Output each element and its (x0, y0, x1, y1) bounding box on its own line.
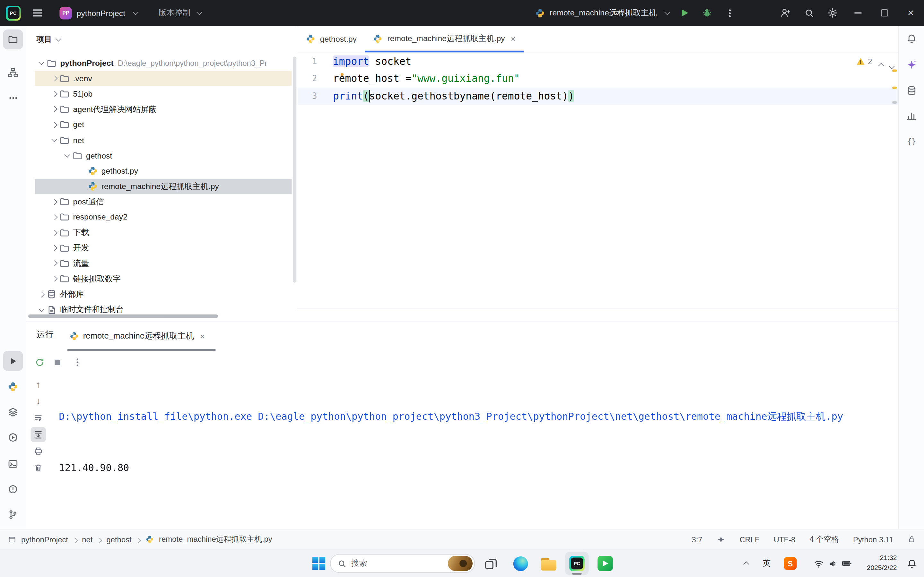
debug-button[interactable] (696, 0, 719, 26)
scroll-up-button[interactable]: ↑ (31, 376, 46, 392)
clear-console-button[interactable] (31, 460, 46, 475)
task-view-button[interactable] (483, 556, 498, 571)
taskbar-clock[interactable]: 21:32 2025/2/22 (867, 553, 897, 572)
tree-item-external-libraries[interactable]: 外部库 (26, 287, 298, 302)
taskbar-search-box[interactable]: 搜索 (330, 554, 475, 573)
breadcrumb-gethost[interactable]: gethost (106, 535, 131, 544)
indent-widget[interactable]: 4 个空格 (810, 534, 839, 545)
more-tool-windows-button[interactable] (3, 88, 23, 108)
tree-item-response-day2[interactable]: response_day2 (26, 210, 298, 225)
tab-gethost-py[interactable]: gethost.py (298, 26, 365, 52)
run-panel-title: 运行 (37, 329, 53, 340)
soft-wrap-button[interactable] (31, 410, 46, 425)
editor-gutter[interactable]: 1 2 3 (298, 52, 321, 105)
tree-item-get[interactable]: get (26, 117, 298, 132)
database-tool-button[interactable] (901, 81, 921, 100)
tree-item-link-numbers[interactable]: 链接抓取数字 (26, 271, 298, 287)
services-tool-button[interactable] (3, 402, 23, 422)
close-tab-icon[interactable]: × (200, 332, 205, 341)
project-horizontal-scrollbar[interactable] (28, 314, 218, 318)
project-panel-header[interactable]: 项目 (37, 32, 60, 47)
explorer-button[interactable] (541, 557, 556, 572)
tree-item-traffic[interactable]: 流量 (26, 256, 298, 271)
tray-expand-button[interactable] (739, 556, 754, 571)
python-console-button[interactable] (3, 377, 23, 396)
tree-item-gethost-py[interactable]: gethost.py (26, 163, 298, 179)
print-button[interactable] (31, 443, 46, 459)
analysis-mark-caret[interactable] (892, 102, 897, 103)
code-with-me-button[interactable] (774, 0, 797, 26)
project-vertical-scrollbar[interactable] (293, 56, 296, 283)
charts-tool-button[interactable] (901, 106, 921, 126)
close-button[interactable]: × (897, 0, 924, 26)
stop-button[interactable] (50, 354, 65, 370)
lock-icon[interactable] (908, 535, 916, 544)
scroll-down-button[interactable]: ↓ (31, 393, 46, 409)
tree-item-download[interactable]: 下载 (26, 225, 298, 240)
breadcrumb-net[interactable]: net (82, 535, 92, 544)
line-separator-widget[interactable]: CRLF (739, 535, 759, 544)
analysis-mark-warning[interactable] (892, 87, 897, 89)
maximize-button[interactable] (871, 0, 898, 26)
pycharm-logo-icon[interactable]: PC (6, 5, 21, 20)
start-button[interactable] (311, 556, 327, 571)
line-number: 3 (298, 88, 321, 105)
breadcrumb-project[interactable]: pythonProject (21, 535, 68, 544)
run-anything-button[interactable] (3, 427, 23, 447)
tree-item-clipped[interactable] (26, 318, 298, 321)
run-tool-button[interactable] (3, 351, 23, 371)
project-selector[interactable]: PP pythonProject (60, 7, 137, 19)
minimize-button[interactable] (844, 0, 871, 26)
problems-tool-button[interactable] (3, 479, 23, 499)
project-tool-button[interactable] (3, 29, 23, 50)
main-menu-button[interactable] (29, 0, 45, 26)
console-stdout-line: 121.40.90.80 (59, 459, 884, 476)
cursor-position-widget[interactable]: 3:7 (692, 535, 703, 544)
folder-icon (73, 320, 82, 321)
run-config-selector[interactable]: remote_machine远程抓取主机 (535, 8, 669, 18)
terminal-tool-button[interactable] (3, 454, 23, 474)
tree-item-net[interactable]: net (26, 132, 298, 148)
more-actions-button[interactable] (718, 0, 741, 26)
settings-button[interactable] (821, 0, 844, 26)
encoding-widget[interactable]: UTF-8 (774, 535, 796, 544)
notification-center-button[interactable] (904, 556, 919, 571)
pycharm-taskbar-button[interactable]: PC (565, 552, 589, 575)
notifications-button[interactable] (901, 29, 921, 49)
tree-item-develop[interactable]: 开发 (26, 240, 298, 256)
interpreter-widget[interactable]: Python 3.11 (853, 535, 893, 544)
ime-indicator[interactable]: 英 (759, 556, 774, 571)
tree-item-51job[interactable]: 51job (26, 86, 298, 102)
breadcrumb-file[interactable]: remote_machine远程抓取主机.py (159, 534, 272, 545)
version-control-button[interactable] (3, 504, 23, 524)
scroll-to-end-button[interactable] (31, 427, 46, 442)
battery-tray-icon[interactable] (839, 556, 855, 571)
tree-item-agent[interactable]: agent代理解决网站屏蔽 (26, 102, 298, 117)
ai-status-icon[interactable] (717, 535, 726, 544)
rerun-button[interactable] (32, 354, 47, 370)
run-tab[interactable]: remote_machine远程抓取主机 × (70, 322, 205, 351)
tree-item-venv[interactable]: .venv (26, 71, 298, 86)
green-app-button[interactable] (597, 556, 613, 571)
code-area[interactable]: import socket remote_host ="www.guixiang… (333, 52, 892, 105)
tree-item-remote-machine-py[interactable]: remote_machine远程抓取主机.py (26, 179, 298, 194)
editor-area: gethost.py remote_machine远程抓取主机.py × 1 2… (298, 26, 898, 321)
tree-item-gethost-folder[interactable]: gethost (26, 148, 298, 163)
network-tray-icon[interactable] (811, 556, 826, 571)
search-highlight-thumbnail[interactable] (448, 556, 472, 571)
close-tab-icon[interactable]: × (511, 34, 516, 44)
search-everywhere-button[interactable] (797, 0, 821, 26)
run-more-options-button[interactable] (70, 354, 85, 370)
tab-remote-machine-py[interactable]: remote_machine远程抓取主机.py × (365, 26, 524, 52)
tree-item-root[interactable]: pythonProject D:\eagle_python\python_pro… (26, 55, 298, 71)
edge-button[interactable] (513, 556, 528, 571)
ai-assistant-button[interactable] (901, 55, 921, 75)
run-button[interactable] (674, 0, 696, 26)
code-structure-button[interactable]: {} (901, 131, 921, 151)
structure-tool-button[interactable] (3, 62, 23, 82)
vcs-selector[interactable]: 版本控制 (159, 8, 201, 18)
sogou-ime-button[interactable]: S (782, 556, 798, 571)
analysis-mark-warning[interactable] (892, 69, 897, 71)
tree-item-post[interactable]: post通信 (26, 194, 298, 210)
volume-tray-icon[interactable] (825, 556, 840, 571)
